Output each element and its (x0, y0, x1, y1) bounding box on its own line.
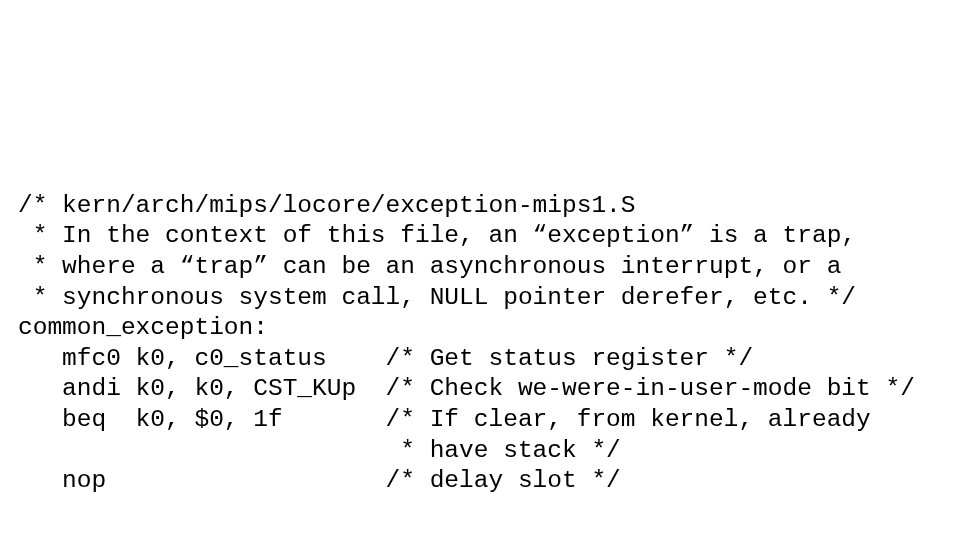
code-line: beq k0, $0, 1f /* If clear, from kernel,… (18, 406, 871, 433)
code-line: * where a “trap” can be an asynchronous … (18, 253, 841, 280)
code-line: /* kern/arch/mips/locore/exception-mips1… (18, 192, 636, 219)
code-line: * In the context of this file, an “excep… (18, 222, 856, 249)
code-line: nop /* delay slot */ (18, 467, 621, 494)
code-line: * have stack */ (18, 437, 621, 464)
code-line: common_exception: (18, 314, 268, 341)
code-line: andi k0, k0, CST_KUp /* Check we-were-in… (18, 375, 915, 402)
code-line: * synchronous system call, NULL pointer … (18, 284, 856, 311)
code-line: mfc0 k0, c0_status /* Get status registe… (18, 345, 753, 372)
code-block: /* kern/arch/mips/locore/exception-mips1… (0, 0, 960, 497)
